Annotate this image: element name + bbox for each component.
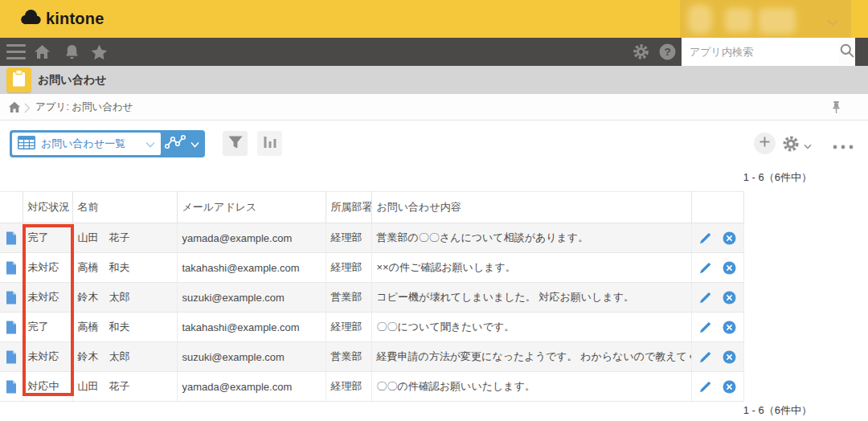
- document-icon[interactable]: [6, 231, 17, 245]
- records-table: 対応状況 名前 メールアドレス 所属部署 お問い合わせ内容 完了 山田 花子 y…: [0, 191, 744, 402]
- cell-email: yamada@example.com: [177, 223, 326, 253]
- edit-record-button[interactable]: [698, 261, 712, 275]
- home-icon[interactable]: [33, 38, 51, 66]
- column-header-status[interactable]: 対応状況: [23, 192, 72, 223]
- user-name-redacted: [725, 8, 752, 32]
- line-chart-icon: [165, 134, 186, 153]
- column-header-name[interactable]: 名前: [72, 192, 177, 223]
- view-toolbar: お問い合わせ一覧: [0, 130, 868, 157]
- chevron-down-icon: [190, 137, 199, 151]
- star-icon[interactable]: [90, 38, 108, 66]
- cell-name: 高橋 和夫: [72, 313, 177, 342]
- document-icon[interactable]: [6, 261, 17, 275]
- delete-record-button[interactable]: [723, 291, 736, 305]
- cell-email: suzuki@example.com: [177, 342, 326, 372]
- search-icon: [839, 43, 855, 61]
- search-input[interactable]: [682, 38, 839, 66]
- cell-email: takahashi@example.com: [177, 253, 326, 283]
- bell-icon[interactable]: [63, 38, 80, 66]
- help-icon[interactable]: ?: [658, 38, 677, 66]
- delete-record-button[interactable]: [723, 350, 736, 364]
- edit-record-button[interactable]: [698, 291, 712, 305]
- table-row[interactable]: 完了 高橋 和夫 takahashi@example.com 経理部 〇〇につい…: [0, 313, 743, 342]
- clipboard-icon: [11, 69, 27, 91]
- cell-dept: 経理部: [326, 223, 371, 253]
- cell-status: 未対応: [23, 342, 72, 372]
- cell-email: yamada@example.com: [177, 372, 326, 402]
- chevron-right-icon: [24, 102, 31, 116]
- column-header-email[interactable]: メールアドレス: [177, 192, 326, 223]
- record-count-top: 1 - 6（6件中）: [743, 170, 812, 185]
- breadcrumb-path[interactable]: アプリ: お問い合わせ: [35, 94, 133, 121]
- cell-dept: 経理部: [326, 372, 371, 402]
- edit-record-button[interactable]: [698, 350, 712, 364]
- table-header-row: 対応状況 名前 メールアドレス 所属部署 お問い合わせ内容: [0, 192, 743, 223]
- home-icon[interactable]: [8, 101, 21, 116]
- pin-icon[interactable]: [831, 100, 841, 117]
- table-row[interactable]: 未対応 鈴木 太郎 suzuki@example.com 営業部 経費申請の方法…: [0, 342, 743, 372]
- document-icon[interactable]: [6, 380, 17, 394]
- column-header-dept[interactable]: 所属部署: [326, 192, 371, 223]
- user-menu[interactable]: [680, 0, 851, 38]
- cell-dept: 営業部: [326, 283, 371, 313]
- chevron-down-icon: [827, 15, 838, 30]
- delete-record-button[interactable]: [723, 321, 736, 334]
- cell-content: 営業部の〇〇さんについて相談があります。: [371, 223, 691, 253]
- cell-email: suzuki@example.com: [177, 283, 326, 313]
- edit-record-button[interactable]: [698, 321, 712, 334]
- add-record-button[interactable]: [754, 133, 776, 154]
- chart-button[interactable]: [257, 131, 282, 156]
- document-icon[interactable]: [6, 321, 17, 334]
- brand-header: kintone: [0, 0, 868, 38]
- column-header-content[interactable]: お問い合わせ内容: [371, 192, 691, 223]
- kintone-app-list-page: kintone: [0, 0, 868, 421]
- column-header-icon: [0, 192, 23, 223]
- table-row[interactable]: 未対応 高橋 和夫 takahashi@example.com 経理部 ××の件…: [0, 253, 743, 283]
- graph-view-button[interactable]: [161, 134, 203, 153]
- plus-icon: [759, 136, 771, 151]
- delete-record-button[interactable]: [723, 231, 736, 245]
- document-icon[interactable]: [6, 291, 17, 305]
- funnel-icon: [227, 135, 244, 153]
- view-dropdown[interactable]: お問い合わせ一覧: [12, 133, 161, 155]
- cell-content: コピー機が壊れてしまいました。 対応お願いします。: [371, 283, 691, 313]
- cell-name: 鈴木 太郎: [72, 342, 177, 372]
- filter-button[interactable]: [223, 131, 248, 156]
- cell-email: takahashi@example.com: [177, 313, 326, 342]
- ellipsis-icon[interactable]: [833, 138, 854, 153]
- cell-content: 経費申請の方法が変更になったようです。 わからないので教えてください。: [371, 342, 691, 372]
- search-button[interactable]: [839, 38, 855, 66]
- user-name-redacted: [759, 8, 796, 34]
- edit-record-button[interactable]: [698, 380, 712, 394]
- table-row[interactable]: 完了 山田 花子 yamada@example.com 経理部 営業部の〇〇さん…: [0, 223, 743, 253]
- cell-name: 鈴木 太郎: [72, 283, 177, 313]
- cell-name: 山田 花子: [72, 223, 177, 253]
- list-settings-button[interactable]: [781, 134, 812, 157]
- edit-record-button[interactable]: [698, 231, 712, 245]
- cloud-icon: [19, 9, 42, 29]
- bar-chart-icon: [263, 135, 277, 153]
- table-row[interactable]: 対応中 山田 花子 yamada@example.com 経理部 〇〇の件確認お…: [0, 372, 743, 402]
- cell-status: 未対応: [23, 253, 72, 283]
- app-search: [682, 38, 852, 66]
- table-row[interactable]: 未対応 鈴木 太郎 suzuki@example.com 営業部 コピー機が壊れ…: [0, 283, 743, 313]
- cell-content: ××の件ご確認お願いします。: [371, 253, 691, 283]
- delete-record-button[interactable]: [723, 380, 736, 394]
- cell-dept: 経理部: [326, 313, 371, 342]
- table-grid-icon: [18, 136, 35, 153]
- breadcrumb: アプリ: お問い合わせ: [0, 94, 868, 121]
- cell-dept: 営業部: [326, 342, 371, 372]
- delete-record-button[interactable]: [723, 261, 736, 275]
- cell-status: 完了: [23, 223, 72, 253]
- column-header-actions: [691, 192, 743, 223]
- svg-text:?: ?: [664, 46, 670, 58]
- logo-text: kintone: [46, 10, 104, 28]
- app-title-bar: お問い合わせ: [0, 66, 868, 94]
- cell-status: 未対応: [23, 283, 72, 313]
- app-icon[interactable]: [6, 67, 31, 92]
- hamburger-menu-icon[interactable]: [6, 44, 26, 59]
- gear-icon[interactable]: [631, 38, 650, 66]
- document-icon[interactable]: [6, 350, 17, 364]
- kintone-logo[interactable]: kintone: [19, 0, 104, 38]
- cell-content: 〇〇の件確認お願いいたします。: [371, 372, 691, 402]
